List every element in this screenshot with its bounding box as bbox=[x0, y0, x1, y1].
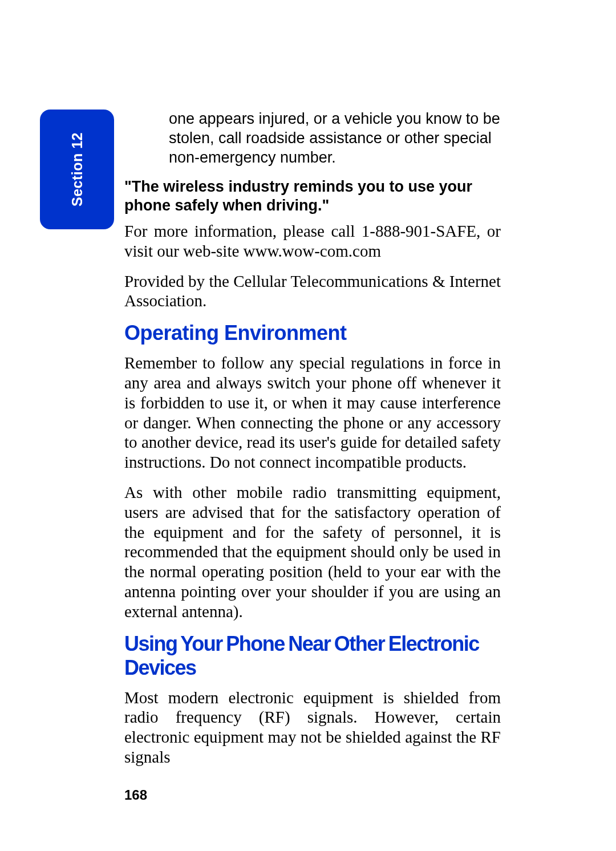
page-number: 168 bbox=[124, 787, 147, 803]
heading-operating-environment: Operating Environment bbox=[124, 321, 501, 345]
intro-paragraph: one appears injured, or a vehicle you kn… bbox=[124, 110, 501, 167]
safety-quote: "The wireless industry reminds you to us… bbox=[124, 177, 501, 214]
info-paragraph-2: Provided by the Cellular Telecommunicati… bbox=[124, 271, 501, 311]
operating-env-paragraph-1: Remember to follow any special regulatio… bbox=[124, 353, 501, 472]
info-paragraph-1: For more information, please call 1-888-… bbox=[124, 221, 501, 261]
section-tab: Section 12 bbox=[40, 110, 114, 229]
page-content: one appears injured, or a vehicle you kn… bbox=[124, 110, 501, 777]
operating-env-paragraph-2: As with other mobile radio transmitting … bbox=[124, 483, 501, 622]
electronic-devices-paragraph: Most modern electronic equipment is shie… bbox=[124, 688, 501, 767]
heading-electronic-devices: Using Your Phone Near Other Electronic D… bbox=[124, 632, 501, 680]
section-tab-label: Section 12 bbox=[69, 132, 86, 206]
